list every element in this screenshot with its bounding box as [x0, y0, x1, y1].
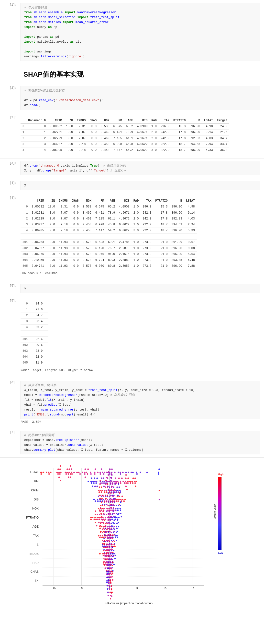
table-row: 440.069050.02.180.00.4587.14754.26.06223…	[20, 147, 229, 153]
table-cell: 0.0	[70, 251, 81, 257]
series-index: 503	[20, 348, 34, 354]
series-value: 22.4	[34, 336, 49, 342]
table-cell: 2.94	[184, 222, 197, 228]
series-index: 4	[20, 324, 34, 330]
cell-5-code[interactable]: y	[20, 284, 260, 293]
table-cell: 396.90	[170, 246, 184, 251]
table-cell: 3.0	[132, 228, 141, 234]
table-cell: 15.3	[171, 124, 187, 130]
table-cell: 11.93	[57, 263, 70, 269]
cell-5-out-label: [5]:	[0, 298, 19, 376]
table-cell: 0.0	[46, 246, 57, 251]
table-cell: 2.18	[75, 141, 88, 147]
table-row: 30.032370.02.180.00.4586.99845.86.06223.…	[20, 222, 197, 228]
series-index: 1	[20, 307, 34, 312]
table-cell: 6.030	[93, 263, 106, 269]
th-nox: NOX	[99, 118, 111, 124]
table-cell: 0.0	[70, 222, 81, 228]
table-cell: 396.90	[187, 147, 202, 153]
th2-rad: RAD	[132, 198, 141, 204]
table-cell: 4.9671	[117, 216, 132, 222]
table-cell: 0.06905	[48, 147, 64, 153]
table-cell: 394.63	[187, 141, 202, 147]
table-cell: ...	[170, 234, 184, 240]
table-cell: 0.0	[70, 240, 81, 246]
th2-zn: ZN	[46, 198, 57, 204]
table-cell: 0.573	[81, 251, 93, 257]
cell-2-out-content: Unnamed: 0 CRIM ZN INDUS CHAS NOX RM AGE…	[19, 115, 264, 156]
cell-6-code[interactable]: # 拆分训练集、测试集 X_train, X_test, y_train, y_…	[20, 381, 260, 419]
table-cell: 2.4786	[117, 240, 132, 246]
table-cell: 5.33	[184, 228, 197, 234]
shap-y-label: ZN	[20, 579, 39, 582]
table-cell: 2.0	[149, 130, 159, 136]
table-cell: 392.83	[170, 216, 184, 222]
table-cell: 296.0	[159, 124, 171, 130]
table-cell: 0.0	[64, 130, 75, 136]
table-cell: 273.0	[140, 246, 153, 251]
table-cell: 11.93	[57, 251, 70, 257]
th-rad: RAD	[149, 118, 159, 124]
rmse-output: RMSE: 3.504	[20, 419, 260, 425]
table-cell: 0.0	[88, 147, 99, 153]
table-cell: 2.18	[57, 222, 70, 228]
table-cell: 0.0	[46, 240, 57, 246]
table-cell: 76.7	[106, 246, 117, 251]
series-row: 024.0	[20, 301, 48, 307]
table-cell: 2.0	[149, 136, 159, 141]
cell-1-code[interactable]: # 导入需要的包 from sklearn.ensemble import Ra…	[20, 3, 260, 61]
series-value: 36.2	[34, 324, 49, 330]
table-cell: 18.7	[153, 228, 169, 234]
th2-tax: TAX	[140, 198, 153, 204]
table-row-index: 0	[20, 124, 26, 130]
series-value: 34.7	[34, 312, 49, 318]
table-row-index: 501	[20, 240, 30, 246]
cell-3-code[interactable]: df.drop('Unnamed: 0',axis=1,inplace=True…	[20, 162, 260, 175]
table-cell: 7.07	[75, 130, 88, 136]
table-cell: 4.98	[184, 204, 197, 210]
th2-nox: NOX	[81, 198, 93, 204]
table-cell: 2.0	[132, 210, 141, 216]
table-row: 5040.109590.011.930.00.5736.79489.32.388…	[20, 258, 197, 263]
cell-4-code[interactable]: X	[20, 181, 260, 190]
cell-2-code[interactable]: # 加载数据—波士顿房价数据 df = pd.read_csv('./data/…	[20, 86, 260, 110]
th2-lstat: LSTAT	[184, 198, 197, 204]
series-row: 121.6	[20, 307, 48, 312]
table-cell: 1.0	[132, 263, 141, 269]
cell-7-code[interactable]: # 使用shap解释预测 explainer = shap.TreeExplai…	[20, 431, 260, 454]
th-indus: INDUS	[75, 118, 88, 124]
table-cell: 7.185	[111, 136, 124, 141]
table-cell: 396.90	[170, 228, 184, 234]
table-cell: 0.0	[88, 136, 99, 141]
th2-age: AGE	[106, 198, 117, 204]
table-cell: ...	[46, 234, 57, 240]
table-cell: 65.2	[106, 204, 117, 210]
series-row: 50422.0	[20, 354, 48, 360]
series-index: 2	[20, 312, 34, 318]
table-cell: 4.0900	[135, 124, 149, 130]
shap-y-label: DIS	[20, 498, 39, 501]
table-cell: 222.0	[140, 228, 153, 234]
table-cell: 17.8	[171, 136, 187, 141]
table1: Unnamed: 0 CRIM ZN INDUS CHAS NOX RM AGE…	[20, 118, 229, 153]
cell-5-content: y	[19, 283, 264, 294]
table1-block: Unnamed: 0 CRIM ZN INDUS CHAS NOX RM AGE…	[20, 116, 260, 155]
table-row-index: 2	[20, 136, 26, 141]
series-index: 501	[20, 336, 34, 342]
cell-7-content: # 使用shap解释预测 explainer = shap.TreeExplai…	[19, 430, 264, 456]
table-row-index: 1	[20, 130, 26, 136]
table-cell: 17.8	[153, 216, 169, 222]
table-cell: 0.573	[81, 258, 93, 263]
table-cell: 0.0	[46, 263, 57, 269]
series-index: ...	[20, 330, 34, 336]
table-cell: 9.14	[184, 210, 197, 216]
shap-y-label: RM	[20, 480, 39, 483]
table-cell: 0.00632	[48, 124, 64, 130]
table-row: 110.027310.07.070.00.4696.42178.94.96712…	[20, 130, 229, 136]
shap-y-label: CHAS	[20, 570, 39, 574]
table-cell: 6.593	[93, 240, 106, 246]
table-cell: 0.0	[88, 124, 99, 130]
table-cell: 6.575	[93, 204, 106, 210]
table-cell: 1.0	[132, 204, 141, 210]
table-cell: 0.06905	[30, 228, 46, 234]
